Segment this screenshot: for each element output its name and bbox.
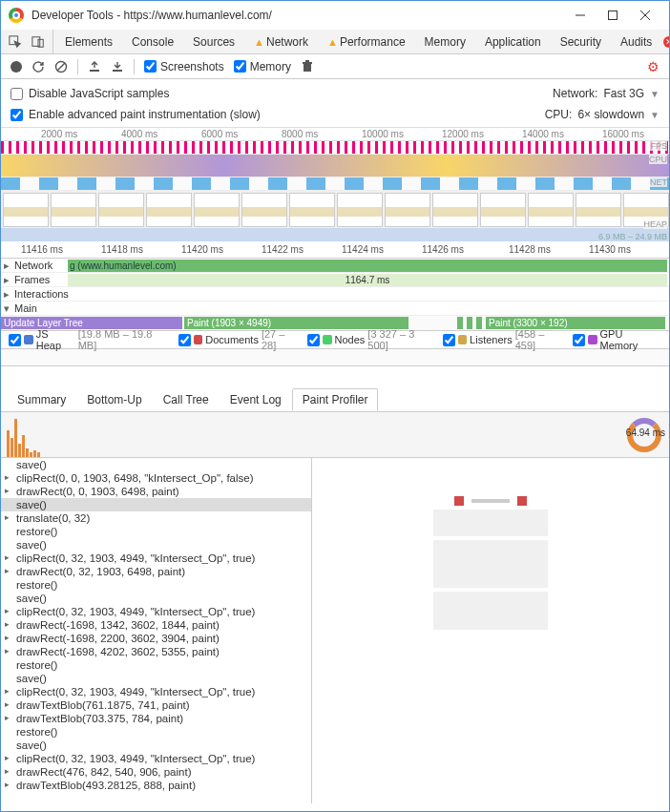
- tab-console[interactable]: Console: [124, 30, 181, 54]
- tab-elements[interactable]: Elements: [57, 30, 120, 54]
- svg-line-8: [57, 63, 65, 71]
- paint-command[interactable]: restore(): [1, 525, 311, 538]
- paint-command[interactable]: clipRect(0, 32, 1903, 4949, "kIntersect_…: [1, 752, 311, 765]
- svg-rect-12: [303, 62, 312, 64]
- counter-documents[interactable]: Documents[27 – 28]: [178, 328, 300, 351]
- paint-preview: [312, 458, 669, 803]
- settings-gear-icon[interactable]: ⚙: [647, 59, 660, 74]
- counter-nodes[interactable]: Nodes[3 327 – 3 500]: [307, 328, 435, 351]
- paint-command[interactable]: clipRect(0, 0, 1903, 6498, "kIntersect_O…: [1, 471, 311, 485]
- paint-command[interactable]: save(): [1, 498, 311, 511]
- load-profile-button[interactable]: [88, 60, 101, 73]
- paint-command[interactable]: save(): [1, 592, 311, 605]
- track-main[interactable]: ▾Main: [1, 302, 669, 316]
- event-update-layer-tree[interactable]: Update Layer Tree: [1, 317, 182, 329]
- paint-command[interactable]: clipRect(0, 32, 1903, 4949, "kIntersect_…: [1, 605, 311, 618]
- tab-memory[interactable]: Memory: [417, 30, 473, 54]
- timeline-overview[interactable]: 2000 ms 4000 ms 6000 ms 8000 ms 10000 ms…: [1, 127, 669, 219]
- tab-security[interactable]: Security: [553, 30, 609, 54]
- tab-application[interactable]: Application: [477, 30, 549, 54]
- event-paint[interactable]: Paint (3300 × 192): [486, 317, 665, 329]
- network-request-bar[interactable]: g (www.humanlevel.com): [68, 260, 667, 272]
- garbage-collect-button[interactable]: [301, 60, 314, 73]
- tab-network[interactable]: ▲Network: [246, 30, 316, 54]
- paint-command[interactable]: restore(): [1, 578, 311, 592]
- svg-rect-9: [90, 70, 99, 72]
- paint-command[interactable]: save(): [1, 739, 311, 752]
- tab-performance[interactable]: ▲Performance: [320, 30, 413, 54]
- svg-rect-10: [113, 70, 122, 72]
- paint-command[interactable]: restore(): [1, 725, 311, 739]
- counter-gpu[interactable]: GPU Memory: [573, 328, 661, 351]
- paint-command[interactable]: clipRect(0, 32, 1903, 4949, "kIntersect_…: [1, 685, 311, 698]
- tab-summary[interactable]: Summary: [7, 388, 76, 411]
- paint-command[interactable]: drawRect(-1698, 4202, 3602, 5355, paint): [1, 645, 311, 658]
- tab-audits[interactable]: Audits: [613, 30, 660, 54]
- paint-command[interactable]: translate(0, 32): [1, 511, 311, 525]
- performance-toolbar: Screenshots Memory ⚙: [1, 54, 669, 79]
- disable-js-checkbox[interactable]: [10, 88, 23, 100]
- enable-paint-checkbox[interactable]: [10, 109, 23, 121]
- paint-command[interactable]: save(): [1, 672, 311, 685]
- network-value[interactable]: Fast 3G: [603, 87, 644, 100]
- paint-command[interactable]: drawTextBlob(493.28125, 888, paint): [1, 779, 311, 792]
- tab-paint-profiler[interactable]: Paint Profiler: [292, 388, 379, 411]
- memory-checkbox[interactable]: Memory: [234, 60, 291, 73]
- track-frames[interactable]: ▸Frames 1164.7 ms: [1, 273, 669, 287]
- paint-command[interactable]: save(): [1, 538, 311, 552]
- chevron-down-icon[interactable]: ▼: [650, 110, 660, 120]
- paint-command[interactable]: save(): [1, 458, 311, 471]
- paint-command[interactable]: drawRect(-1698, 1342, 3602, 1844, paint): [1, 618, 311, 632]
- disable-js-label: Disable JavaScript samples: [29, 87, 169, 100]
- error-badge[interactable]: ✕ 1: [663, 35, 670, 49]
- track-interactions[interactable]: ▸Interactions: [1, 287, 669, 302]
- close-button[interactable]: [629, 2, 661, 29]
- window-titlebar: Developer Tools - https://www.humanlevel…: [1, 1, 669, 30]
- frame-bar[interactable]: 1164.7 ms: [68, 274, 667, 286]
- details-tabbar: Summary Bottom-Up Call Tree Event Log Pa…: [1, 387, 669, 412]
- paint-command[interactable]: drawRect(0, 0, 1903, 6498, paint): [1, 485, 311, 498]
- devtools-tabbar: Elements Console Sources ▲Network ▲Perfo…: [1, 30, 669, 54]
- tab-bottom-up[interactable]: Bottom-Up: [76, 388, 152, 411]
- paint-command[interactable]: drawRect(476, 842, 540, 906, paint): [1, 765, 311, 779]
- paint-command[interactable]: restore(): [1, 658, 311, 672]
- clear-button[interactable]: [54, 60, 68, 73]
- tab-sources[interactable]: Sources: [185, 30, 242, 54]
- paint-command[interactable]: drawTextBlob(761.1875, 741, paint): [1, 698, 311, 712]
- tab-event-log[interactable]: Event Log: [220, 388, 292, 411]
- paint-command[interactable]: drawTextBlob(703.375, 784, paint): [1, 712, 311, 725]
- paint-command-list[interactable]: save()clipRect(0, 0, 1903, 6498, "kInter…: [1, 458, 312, 803]
- flame-chart[interactable]: ▸Network g (www.humanlevel.com) ▸Frames …: [1, 259, 669, 330]
- counter-js-heap[interactable]: JS Heap[19.8 MB – 19.8 MB]: [9, 328, 171, 351]
- paint-command[interactable]: clipRect(0, 32, 1903, 4949, "kIntersect_…: [1, 552, 311, 565]
- paint-command[interactable]: drawRect(-1698, 2200, 3602, 3904, paint): [1, 632, 311, 645]
- paint-profiler-graph[interactable]: 64.94 ms: [1, 412, 669, 458]
- tab-call-tree[interactable]: Call Tree: [153, 388, 220, 411]
- error-x-icon: ✕: [663, 36, 670, 48]
- chevron-down-icon[interactable]: ▼: [650, 89, 660, 99]
- event-paint[interactable]: Paint (1903 × 4949): [184, 317, 408, 329]
- counter-graph[interactable]: [1, 349, 669, 366]
- enable-paint-label: Enable advanced paint instrumentation (s…: [29, 108, 261, 121]
- cpu-label: CPU:: [545, 108, 573, 121]
- memory-counters: JS Heap[19.8 MB – 19.8 MB] Documents[27 …: [1, 330, 669, 349]
- flame-ruler[interactable]: 11416 ms 11418 ms 11420 ms 11422 ms 1142…: [1, 241, 669, 259]
- reload-button[interactable]: [31, 60, 45, 73]
- maximize-button[interactable]: [597, 2, 629, 29]
- device-toolbar-icon[interactable]: [30, 33, 47, 51]
- counter-listeners[interactable]: Listeners[458 – 459]: [443, 328, 565, 351]
- cpu-value[interactable]: 6× slowdown: [577, 108, 644, 121]
- save-profile-button[interactable]: [111, 60, 124, 73]
- heap-overview[interactable]: HEAP 6.9 MB – 24.9 MB: [1, 219, 669, 241]
- minimize-button[interactable]: [564, 2, 597, 29]
- record-button[interactable]: [10, 61, 22, 73]
- paint-time-label: 64.94 ms: [626, 427, 665, 438]
- inspect-element-icon[interactable]: [7, 33, 24, 51]
- chrome-icon: [9, 8, 24, 23]
- warning-icon: ▲: [327, 36, 338, 48]
- warning-icon: ▲: [254, 36, 264, 48]
- svg-rect-5: [32, 36, 40, 46]
- screenshots-checkbox[interactable]: Screenshots: [144, 60, 224, 73]
- paint-command[interactable]: drawRect(0, 32, 1903, 6498, paint): [1, 565, 311, 578]
- track-network[interactable]: ▸Network g (www.humanlevel.com): [1, 259, 669, 273]
